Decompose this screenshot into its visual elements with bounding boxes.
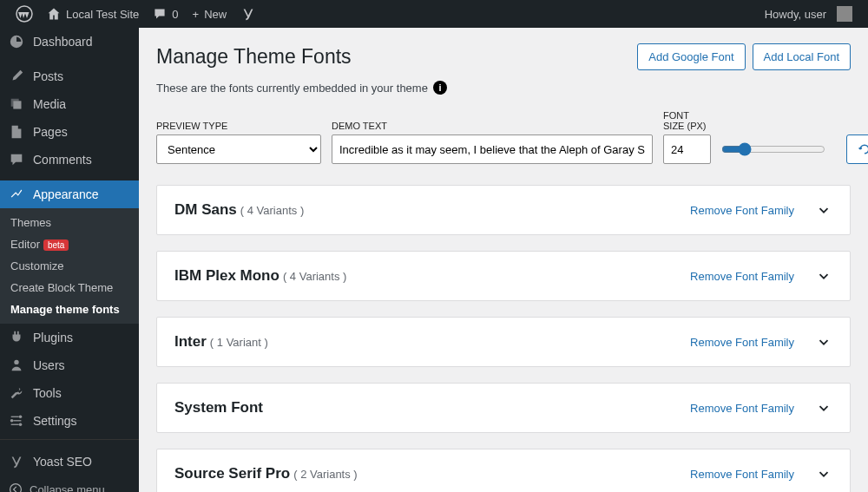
font-card: Source Serif Pro ( 2 Variants )Remove Fo… xyxy=(156,449,851,492)
sidebar-item-users[interactable]: Users xyxy=(0,351,139,379)
remove-font-link[interactable]: Remove Font Family xyxy=(690,204,794,217)
submenu-indicator xyxy=(139,193,146,207)
main-content: Manage Theme Fonts Add Google Font Add L… xyxy=(139,28,868,492)
preview-type-label: PREVIEW TYPE xyxy=(156,121,321,131)
svg-rect-3 xyxy=(13,420,21,421)
chevron-down-icon xyxy=(816,268,832,284)
remove-font-link[interactable]: Remove Font Family xyxy=(690,468,794,481)
reset-icon xyxy=(858,142,868,156)
add-local-font-button[interactable]: Add Local Font xyxy=(753,43,851,70)
comments-count: 0 xyxy=(172,8,178,21)
font-name: Inter xyxy=(174,333,207,351)
sidebar-item-yoast[interactable]: Yoast SEO xyxy=(0,448,139,476)
expand-font-button[interactable] xyxy=(815,399,832,417)
chevron-down-icon xyxy=(816,466,832,482)
chevron-down-icon xyxy=(816,202,832,218)
comments-link[interactable]: 0 xyxy=(146,0,185,28)
sidebar-item-plugins[interactable]: Plugins xyxy=(0,324,139,351)
expand-font-button[interactable] xyxy=(815,267,832,285)
sidebar-item-comments[interactable]: Comments xyxy=(0,146,139,174)
info-icon[interactable]: i xyxy=(433,81,447,95)
chevron-down-icon xyxy=(816,400,832,416)
font-size-input[interactable] xyxy=(663,134,711,164)
page-title: Manage Theme Fonts xyxy=(156,45,630,69)
font-name: IBM Plex Mono xyxy=(174,267,279,285)
sidebar-item-dashboard[interactable]: Dashboard xyxy=(0,28,139,56)
font-name: DM Sans xyxy=(174,201,237,219)
collapse-icon xyxy=(9,482,23,492)
site-name: Local Test Site xyxy=(66,8,139,21)
sidebar-item-appearance[interactable]: Appearance xyxy=(0,180,139,208)
reset-button[interactable]: Reset xyxy=(846,134,868,164)
sidebar-item-posts[interactable]: Posts xyxy=(0,62,139,90)
svg-point-1 xyxy=(14,360,18,364)
posts-icon xyxy=(9,69,26,84)
font-variants: ( 1 Variant ) xyxy=(210,336,268,349)
submenu-customize[interactable]: Customize xyxy=(0,255,139,277)
wp-logo[interactable] xyxy=(9,0,40,28)
new-label: New xyxy=(204,8,227,21)
comment-icon xyxy=(153,7,167,21)
submenu-create-block-theme[interactable]: Create Block Theme xyxy=(0,277,139,298)
remove-font-link[interactable]: Remove Font Family xyxy=(690,270,794,283)
users-icon xyxy=(9,358,26,373)
svg-rect-2 xyxy=(11,417,19,417)
tools-icon xyxy=(9,385,26,401)
yoast-toolbar[interactable] xyxy=(233,0,263,28)
font-name: System Font xyxy=(174,399,263,417)
preview-type-select[interactable]: Sentence xyxy=(156,134,321,164)
appearance-submenu: Themes Editorbeta Customize Create Block… xyxy=(0,208,139,324)
submenu-editor[interactable]: Editorbeta xyxy=(0,233,139,255)
font-card: IBM Plex Mono ( 4 Variants )Remove Font … xyxy=(156,251,851,301)
plus-icon: + xyxy=(193,8,200,21)
sidebar-item-settings[interactable]: Settings xyxy=(0,407,139,435)
font-card: DM Sans ( 4 Variants )Remove Font Family xyxy=(156,185,851,235)
font-name: Source Serif Pro xyxy=(174,465,290,482)
svg-point-5 xyxy=(19,415,23,418)
demo-text-input[interactable] xyxy=(332,134,653,164)
plugins-icon xyxy=(9,330,26,345)
submenu-manage-fonts[interactable]: Manage theme fonts xyxy=(0,298,139,320)
beta-badge: beta xyxy=(43,239,69,251)
settings-icon xyxy=(9,413,26,429)
user-greeting: Howdy, user xyxy=(765,8,826,21)
chevron-down-icon xyxy=(816,334,832,350)
user-avatar xyxy=(837,6,852,22)
sidebar-item-tools[interactable]: Tools xyxy=(0,379,139,407)
yoast-icon xyxy=(240,6,256,22)
user-account-link[interactable]: Howdy, user xyxy=(758,0,859,28)
expand-font-button[interactable] xyxy=(815,333,832,351)
submenu-themes[interactable]: Themes xyxy=(0,212,139,233)
font-variants: ( 4 Variants ) xyxy=(240,204,304,217)
expand-font-button[interactable] xyxy=(815,201,832,219)
svg-point-7 xyxy=(19,423,23,426)
remove-font-link[interactable]: Remove Font Family xyxy=(690,402,794,415)
dashboard-icon xyxy=(9,34,26,49)
font-variants: ( 2 Variants ) xyxy=(293,468,357,481)
admin-sidebar: Dashboard Posts Media Pages Comments App… xyxy=(0,28,139,492)
sidebar-item-media[interactable]: Media xyxy=(0,90,139,118)
font-variants: ( 4 Variants ) xyxy=(283,270,346,283)
svg-point-6 xyxy=(10,419,14,423)
pages-icon xyxy=(9,124,26,140)
font-size-label: FONT SIZE (PX) xyxy=(663,110,711,131)
new-content-link[interactable]: +New xyxy=(186,0,234,28)
svg-rect-4 xyxy=(11,424,19,425)
media-icon xyxy=(9,96,26,112)
site-home-link[interactable]: Local Test Site xyxy=(40,0,146,28)
home-icon xyxy=(47,7,61,21)
collapse-menu-button[interactable]: Collapse menu xyxy=(0,476,139,492)
expand-font-button[interactable] xyxy=(815,465,832,482)
comments-icon xyxy=(9,152,26,167)
yoast-sidebar-icon xyxy=(9,454,26,469)
demo-text-label: DEMO TEXT xyxy=(332,121,653,131)
sidebar-item-pages[interactable]: Pages xyxy=(0,118,139,146)
appearance-icon xyxy=(9,187,26,202)
remove-font-link[interactable]: Remove Font Family xyxy=(690,336,794,349)
font-size-slider[interactable] xyxy=(721,142,825,156)
font-card: Inter ( 1 Variant )Remove Font Family xyxy=(156,317,851,367)
add-google-font-button[interactable]: Add Google Font xyxy=(637,43,745,70)
page-subtitle: These are the fonts currently embedded i… xyxy=(156,82,428,95)
font-card: System FontRemove Font Family xyxy=(156,383,851,433)
